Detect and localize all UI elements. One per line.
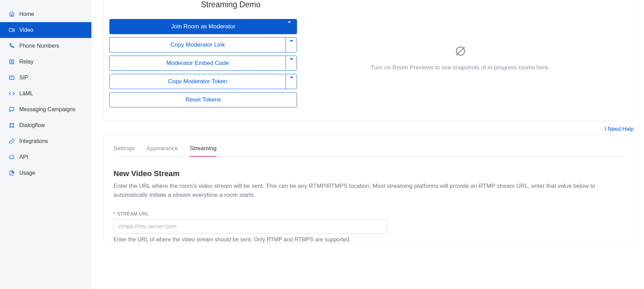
sidebar-item-label: Usage — [19, 170, 35, 176]
caret-down-icon — [290, 78, 293, 85]
svg-rect-2 — [12, 60, 14, 64]
copy-moderator-link-dropdown[interactable] — [286, 38, 297, 52]
reset-tokens-button[interactable]: Reset Tokens — [109, 92, 297, 107]
moderator-embed-code-button: Moderator Embed Code — [109, 56, 297, 71]
sidebar: Home Video Phone Numbers Relay SIP LāML — [0, 0, 91, 289]
caret-down-icon — [290, 60, 293, 66]
svg-rect-3 — [9, 76, 14, 80]
stream-url-input[interactable] — [113, 219, 388, 234]
link-icon — [8, 138, 15, 145]
sidebar-item-label: Integrations — [19, 138, 48, 144]
cloud-icon — [8, 154, 15, 161]
empty-set-icon — [454, 45, 467, 59]
sidebar-item-integrations[interactable]: Integrations — [0, 133, 91, 149]
svg-point-7 — [13, 126, 14, 127]
help-row: I Need Help — [91, 121, 644, 134]
moderator-embed-code-dropdown[interactable] — [286, 56, 297, 70]
moderator-embed-code-label: Moderator Embed Code — [166, 60, 229, 67]
copy-moderator-token-button: Copy Moderator Token — [109, 74, 297, 89]
streaming-card: Settings Appearance Streaming New Video … — [103, 134, 634, 243]
copy-moderator-token-main[interactable]: Copy Moderator Token — [110, 74, 286, 89]
new-stream-title: New Video Stream — [113, 169, 624, 178]
sidebar-item-label: LāML — [19, 90, 33, 97]
sidebar-item-sip[interactable]: SIP — [0, 70, 91, 86]
sip-icon — [8, 74, 15, 81]
tabs: Settings Appearance Streaming — [113, 143, 624, 157]
sidebar-item-label: Relay — [19, 59, 33, 65]
sidebar-item-label: Home — [19, 11, 34, 17]
copy-moderator-link-main[interactable]: Copy Moderator Link — [110, 38, 286, 52]
code-icon — [8, 90, 15, 97]
chart-icon — [8, 170, 15, 176]
new-stream-desc: Enter the URL where the room's video str… — [113, 182, 624, 199]
sidebar-item-label: Messaging Campaigns — [19, 106, 76, 113]
sidebar-item-label: API — [19, 154, 28, 160]
caret-down-icon — [290, 42, 293, 48]
preview-text: Turn on Room Previews to see snapshots o… — [371, 63, 550, 72]
sidebar-item-usage[interactable]: Usage — [0, 165, 91, 181]
sidebar-item-dialogflow[interactable]: Dialogflow — [0, 117, 91, 133]
svg-rect-1 — [10, 60, 11, 64]
reset-tokens-label: Reset Tokens — [186, 96, 221, 103]
copy-moderator-token-dropdown[interactable] — [286, 74, 297, 89]
sidebar-item-label: Video — [19, 27, 33, 33]
tab-settings[interactable]: Settings — [113, 143, 135, 157]
phone-icon — [8, 42, 15, 49]
demo-card: Streaming Demo Join Room as Moderator Co… — [103, 0, 634, 121]
sidebar-item-messaging-campaigns[interactable]: Messaging Campaigns — [0, 102, 91, 117]
tab-streaming[interactable]: Streaming — [190, 143, 216, 157]
dialogflow-icon — [8, 122, 15, 129]
tab-appearance[interactable]: Appearance — [146, 143, 178, 157]
sidebar-item-video[interactable]: Video — [0, 22, 91, 38]
stream-url-label: * STREAM URL — [113, 211, 624, 216]
copy-moderator-token-label: Copy Moderator Token — [168, 78, 227, 85]
svg-point-4 — [10, 123, 11, 124]
sidebar-item-relay[interactable]: Relay — [0, 54, 91, 70]
relay-icon — [8, 58, 15, 65]
sidebar-item-laml[interactable]: LāML — [0, 86, 91, 102]
demo-title: Streaming Demo — [109, 0, 297, 9]
caret-down-icon — [288, 23, 291, 30]
sidebar-item-label: Phone Numbers — [19, 43, 59, 49]
svg-point-5 — [13, 123, 14, 124]
sidebar-item-label: Dialogflow — [19, 122, 45, 128]
copy-moderator-link-label: Copy Moderator Link — [170, 41, 225, 48]
home-icon — [8, 11, 15, 18]
join-room-button[interactable]: Join Room as Moderator — [109, 19, 297, 34]
sidebar-item-home[interactable]: Home — [0, 6, 91, 22]
moderator-embed-code-main[interactable]: Moderator Embed Code — [110, 56, 286, 70]
sidebar-item-api[interactable]: API — [0, 149, 91, 165]
sidebar-item-label: SIP — [19, 75, 28, 81]
svg-point-6 — [10, 126, 11, 127]
stream-url-help: Enter the URL of where the video stream … — [113, 237, 624, 243]
demo-actions: Streaming Demo Join Room as Moderator Co… — [104, 0, 297, 110]
message-icon — [8, 106, 15, 113]
main-content: Streaming Demo Join Room as Moderator Co… — [91, 0, 644, 289]
svg-rect-0 — [9, 29, 13, 32]
video-icon — [8, 27, 15, 33]
join-room-label: Join Room as Moderator — [171, 23, 235, 30]
help-link[interactable]: I Need Help — [605, 126, 634, 132]
sidebar-item-phone-numbers[interactable]: Phone Numbers — [0, 38, 91, 54]
preview-placeholder: Turn on Room Previews to see snapshots o… — [297, 0, 624, 110]
copy-moderator-link-button: Copy Moderator Link — [109, 37, 297, 52]
